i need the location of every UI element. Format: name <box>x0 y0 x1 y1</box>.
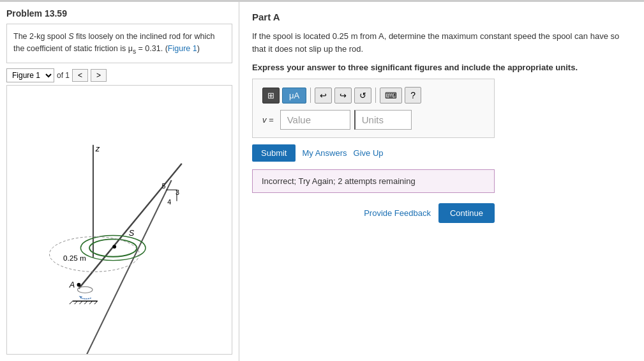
figure-of-text: of 1 <box>57 71 70 80</box>
keyboard-icon: ⌨ <box>385 91 397 100</box>
bottom-actions: Provide Feedback Continue <box>252 203 495 223</box>
figure-select[interactable]: Figure 1 <box>6 68 54 82</box>
action-row: Submit My Answers Give Up <box>252 144 631 162</box>
my-answers-link[interactable]: My Answers <box>302 148 347 158</box>
undo-icon: ↩ <box>320 91 327 100</box>
problem-text: The 2-kg spool S fits loosely on the inc… <box>13 32 214 53</box>
value-input[interactable] <box>280 110 350 130</box>
part-label: Part A <box>252 12 631 22</box>
reset-button[interactable]: ↺ <box>354 88 371 104</box>
help-button[interactable]: ? <box>405 87 421 104</box>
right-panel: Part A If the spool is located 0.25 m fr… <box>239 2 644 361</box>
provide-feedback-button[interactable]: Provide Feedback <box>364 208 431 218</box>
express-instruction: Express your answer to three significant… <box>252 63 631 72</box>
help-icon: ? <box>410 90 416 100</box>
mu-label: μA <box>289 91 299 100</box>
v-label: v = <box>262 115 274 125</box>
units-input[interactable] <box>354 110 412 130</box>
give-up-link[interactable]: Give Up <box>354 148 384 158</box>
svg-text:4: 4 <box>167 197 171 205</box>
undo-button[interactable]: ↩ <box>315 88 332 104</box>
next-figure-button[interactable]: > <box>91 69 107 82</box>
answer-container: ⊞ μA ↩ ↪ ↺ ⌨ ? <box>252 79 495 138</box>
figure-link[interactable]: Figure 1 <box>168 44 197 53</box>
svg-text:5: 5 <box>161 182 165 190</box>
figure-nav: Figure 1 of 1 < > <box>6 68 232 82</box>
keyboard-button[interactable]: ⌨ <box>380 88 402 104</box>
input-row: v = <box>262 110 484 130</box>
problem-title: Problem 13.59 <box>6 8 232 19</box>
problem-description: The 2-kg spool S fits loosely on the inc… <box>6 24 232 63</box>
svg-rect-0 <box>7 132 232 307</box>
submit-button[interactable]: Submit <box>252 144 296 162</box>
matrix-icon: ⊞ <box>267 91 274 100</box>
redo-button[interactable]: ↪ <box>334 88 352 104</box>
toolbar-separator-2 <box>375 88 376 103</box>
redo-icon: ↪ <box>340 91 347 100</box>
prev-figure-button[interactable]: < <box>72 69 88 82</box>
svg-text:0.25 m: 0.25 m <box>63 253 86 261</box>
figure-area: z S 0.25 m <box>6 85 232 355</box>
svg-point-11 <box>77 283 81 287</box>
figure-svg: z S 0.25 m <box>7 86 232 354</box>
continue-button[interactable]: Continue <box>438 203 495 223</box>
part-description: If the spool is located 0.25 m from A, d… <box>252 30 631 55</box>
svg-text:A: A <box>69 280 75 289</box>
toolbar-separator <box>310 88 311 103</box>
matrix-button[interactable]: ⊞ <box>262 88 280 104</box>
feedback-box: Incorrect; Try Again; 2 attempts remaini… <box>252 169 495 193</box>
mu-button[interactable]: μA <box>282 88 306 104</box>
svg-text:z: z <box>95 143 100 153</box>
toolbar: ⊞ μA ↩ ↪ ↺ ⌨ ? <box>262 87 484 104</box>
svg-text:S: S <box>129 227 135 237</box>
reset-icon: ↺ <box>359 91 366 100</box>
svg-point-7 <box>112 245 116 249</box>
